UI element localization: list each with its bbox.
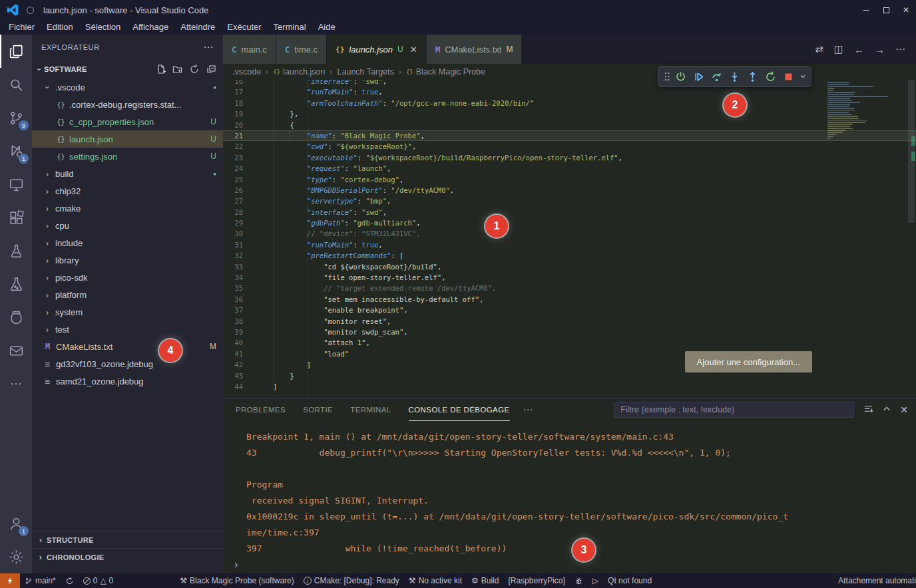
debug-console-input[interactable]: › <box>223 556 916 573</box>
code-line-31[interactable]: 31 "runToMain": true, <box>223 239 916 250</box>
tree-item-cmake[interactable]: ›cmake <box>32 200 223 217</box>
tree-item-chip32[interactable]: ›chip32 <box>32 182 223 200</box>
git-branch-status[interactable]: main* <box>20 573 61 588</box>
tree-item-build[interactable]: ›build● <box>32 165 223 182</box>
run-debug-icon[interactable]: 1 <box>0 134 32 168</box>
add-configuration-button[interactable]: Ajouter une configuration... <box>685 351 812 372</box>
tree-item-pico-sdk[interactable]: ›pico-sdk <box>32 269 223 286</box>
tree-item-platform[interactable]: ›platform <box>32 286 223 303</box>
code-line-29[interactable]: 29 "gdbPath": "gdb-multiarch", <box>223 218 916 228</box>
code-line-43[interactable]: 43 } <box>223 370 916 381</box>
auto-attach-status[interactable]: Attachement automati <box>833 573 916 588</box>
power-button[interactable] <box>672 67 690 86</box>
minimap[interactable] <box>827 82 904 139</box>
extensions-icon[interactable] <box>0 201 32 234</box>
tree-item-include[interactable]: ›include <box>32 234 223 251</box>
code-line-38[interactable]: 38 "monitor reset", <box>223 316 916 327</box>
menu-affichage[interactable]: Affichage <box>126 20 174 35</box>
panel-tab-sortie[interactable]: SORTIE <box>303 398 333 421</box>
code-line-30[interactable]: 30 // "device": "STM32L431VC", <box>223 228 916 239</box>
code-line-26[interactable]: 26 "BMPGDBSerialPort": "/dev/ttyACM0", <box>223 185 916 196</box>
sync-icon[interactable] <box>61 573 79 588</box>
panel-tab-console-de-d-bogage[interactable]: CONSOLE DE DÉBOGAGE <box>409 398 510 421</box>
continue-button[interactable] <box>690 67 708 86</box>
menu-edition[interactable]: Edition <box>41 20 79 35</box>
tree-item-c-cpp-properties-json[interactable]: {}c_cpp_properties.jsonU <box>32 113 223 130</box>
remote-indicator[interactable] <box>0 573 20 588</box>
build-target-status[interactable]: [RaspberryPico] <box>503 573 569 588</box>
section-structure[interactable]: › STRUCTURE <box>32 531 223 548</box>
collapse-all-icon[interactable] <box>206 64 216 74</box>
build-button[interactable]: ⚙ Build <box>467 573 503 588</box>
code-line-39[interactable]: 39 "monitor swdp_scan", <box>223 327 916 337</box>
minimize-button[interactable]: ─ <box>856 0 876 20</box>
more-actions-icon[interactable]: ⋯ <box>895 43 905 55</box>
debug-config-status[interactable]: ⚒ Black Magic Probe (software) <box>175 573 299 588</box>
code-line-19[interactable]: 19 }, <box>223 108 916 119</box>
account-icon[interactable]: 1 <box>0 507 32 540</box>
tab-main-c[interactable]: C main.c <box>223 35 276 64</box>
code-line-40[interactable]: 40 "attach 1", <box>223 337 916 348</box>
menu-atteindre[interactable]: Atteindre <box>174 20 221 35</box>
breadcrumb-item-vscode[interactable]: .vscode <box>232 67 261 76</box>
panel-more-icon[interactable]: ⋯ <box>523 404 533 416</box>
code-line-37[interactable]: 37 "enable breakpoint", <box>223 305 916 315</box>
tree-item-system[interactable]: ›system <box>32 303 223 321</box>
code-line-25[interactable]: 25 "type": "cortex-debug", <box>223 174 916 185</box>
editor-scrollbar[interactable] <box>907 80 916 398</box>
code-line-28[interactable]: 28 "interface": "swd", <box>223 207 916 218</box>
code-line-18[interactable]: 18 "armToolchainPath": "/opt/gcc-arm-non… <box>223 98 916 108</box>
search-icon[interactable] <box>0 68 32 101</box>
collapse-lines-icon[interactable] <box>863 404 873 416</box>
menu-ex-cuter[interactable]: Exécuter <box>221 20 267 35</box>
close-button[interactable]: ✕ <box>896 0 916 20</box>
drag-grip-icon[interactable] <box>662 67 672 86</box>
code-line-27[interactable]: 27 "servertype": "bmp", <box>223 196 916 206</box>
restart-button[interactable] <box>762 67 780 86</box>
source-control-icon[interactable]: 9 <box>0 101 32 134</box>
step-over-button[interactable] <box>708 67 726 86</box>
run-target-icon[interactable]: ▷ <box>588 573 603 588</box>
qt-status[interactable]: Qt not found <box>603 573 656 588</box>
code-line-32[interactable]: 32 "preRestartCommands": [ <box>223 250 916 261</box>
code-line-36[interactable]: 36 "set mem inaccessible-by-default off"… <box>223 294 916 305</box>
menu-aide[interactable]: Aide <box>312 20 342 35</box>
breadcrumb-item-black-magic-probe[interactable]: {}Black Magic Probe <box>406 67 485 76</box>
code-line-17[interactable]: 17 "runToMain": true, <box>223 86 916 97</box>
tree-item-vscode[interactable]: ›.vscode● <box>32 78 223 96</box>
panel-tab-terminal[interactable]: TERMINAL <box>350 398 391 421</box>
test-flask-icon[interactable] <box>0 267 32 301</box>
problems-status[interactable]: 0 △ 0 <box>79 573 118 588</box>
forward-arrow-icon[interactable]: → <box>875 44 885 55</box>
tree-item-settings-json[interactable]: {}settings.jsonU <box>32 148 223 165</box>
code-line-16[interactable]: 16 "interface": "swd", <box>223 80 916 86</box>
tab-cmakelists[interactable]: M CMakeLists.txt M <box>427 35 523 64</box>
tab-launch-json[interactable]: {} launch.json U ✕ <box>327 35 427 64</box>
code-line-33[interactable]: 33 "cd ${workspaceRoot}/build", <box>223 261 916 272</box>
debug-target-icon[interactable] <box>570 573 588 588</box>
tree-item-samd21-ozone-jdebug[interactable]: ≡samd21_ozone.jdebug <box>32 372 223 390</box>
jar-extension-icon[interactable] <box>0 301 32 334</box>
settings-gear-icon[interactable] <box>0 540 32 573</box>
compare-changes-icon[interactable]: ⇄ <box>815 43 823 55</box>
remote-explorer-icon[interactable] <box>0 168 32 201</box>
close-tab-icon[interactable]: ✕ <box>410 45 417 55</box>
code-line-21[interactable]: 21 "name": "Black Magic Probe", <box>223 130 916 141</box>
code-line-34[interactable]: 34 "file open-story-teller.elf", <box>223 272 916 283</box>
console-filter-input[interactable] <box>614 402 854 418</box>
menu-terminal[interactable]: Terminal <box>268 20 312 35</box>
breadcrumb-item-launch-json[interactable]: {}launch.json <box>273 67 325 76</box>
explorer-more-icon[interactable]: ⋯ <box>203 41 214 53</box>
mail-extension-icon[interactable] <box>0 334 32 367</box>
tree-item-test[interactable]: ›test <box>32 321 223 338</box>
tree-item-cortex-debug-registers-stat[interactable]: {}.cortex-debug.registers.stat... <box>32 96 223 113</box>
chevron-down-icon[interactable] <box>798 67 807 86</box>
section-chronologie[interactable]: › CHRONOLOGIE <box>32 548 223 565</box>
code-line-22[interactable]: 22 "cwd": "${workspaceRoot}", <box>223 141 916 152</box>
code-line-35[interactable]: 35 // "target extended-remote /dev/ttyAC… <box>223 283 916 293</box>
tree-item-launch-json[interactable]: {}launch.jsonU <box>32 130 223 148</box>
tab-time-c[interactable]: C time.c <box>276 35 327 64</box>
tree-item-cpu[interactable]: ›cpu <box>32 217 223 234</box>
code-line-23[interactable]: 23 "executable": "${workspaceRoot}/build… <box>223 152 916 163</box>
kit-status[interactable]: ⚒ No active kit <box>404 573 467 588</box>
